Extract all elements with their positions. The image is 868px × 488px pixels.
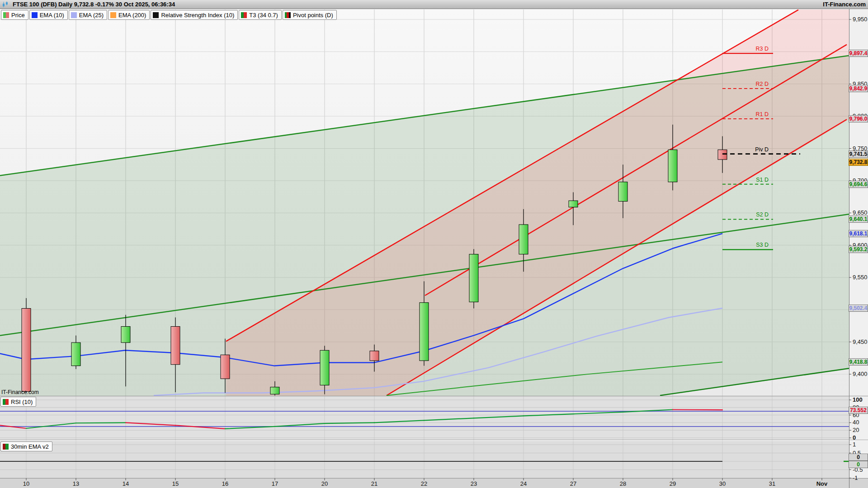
axis-value-box: 0 <box>849 454 868 461</box>
svg-text:13: 13 <box>73 480 79 487</box>
brand-label: IT-Finance.com <box>823 1 866 8</box>
axis-value-box: 9,842.9 <box>849 85 868 92</box>
svg-text:20: 20 <box>853 427 859 433</box>
rsi-panel[interactable] <box>0 396 849 440</box>
rsi-panel-legend[interactable]: RSI (10) <box>0 397 37 407</box>
title-bar: FTSE 100 (DFB) Daily 9,732.8 -0.17% 30 O… <box>0 0 868 9</box>
candle-body <box>668 150 677 182</box>
svg-text:9,650: 9,650 <box>853 209 868 216</box>
axis-value-box: 9,796.0 <box>849 115 868 122</box>
svg-text:30: 30 <box>719 480 726 487</box>
pivot-label: R1 D <box>756 111 769 117</box>
svg-text:16: 16 <box>222 480 228 487</box>
pivot-label: R2 D <box>756 81 769 87</box>
candle-body <box>569 201 578 207</box>
svg-text:Nov: Nov <box>816 480 828 487</box>
svg-text:9,450: 9,450 <box>853 338 868 345</box>
candle-body <box>469 254 478 302</box>
svg-text:-1: -1 <box>853 474 858 481</box>
legend-color-swatch <box>153 12 159 18</box>
candle-body <box>121 326 130 343</box>
legend-color-swatch <box>110 12 116 18</box>
axis-value-box: 9,618.1 <box>849 230 868 237</box>
axis-value-box: 9,502.4 <box>849 305 868 312</box>
rsi-legend-icon <box>3 399 9 405</box>
candle-body <box>370 351 379 361</box>
axis-value-box: 9,732.8 <box>849 159 868 166</box>
ema-v2-panel-legend[interactable]: 30min EMA v2 <box>0 441 53 451</box>
chart-watermark: IT-Finance.com <box>1 389 39 395</box>
candle-body <box>221 355 230 379</box>
legend-color-swatch <box>241 12 247 18</box>
legend-item-ema-10-[interactable]: EMA (10) <box>29 10 68 20</box>
axis-value-box: 9,694.6 <box>849 181 868 188</box>
pivot-label: R3 D <box>756 46 769 52</box>
candlestick-icon <box>2 1 10 8</box>
axis-value-box: 9,418.8 <box>849 358 868 366</box>
svg-text:22: 22 <box>421 480 427 487</box>
rsi-legend-label: RSI (10) <box>11 399 33 405</box>
legend-item-t3-34-0-7-[interactable]: T3 (34 0.7) <box>239 10 282 20</box>
legend-color-swatch <box>32 12 38 18</box>
candle-body <box>519 225 528 254</box>
indicator-legend-bar: PriceEMA (10)EMA (25)EMA (200)Relative S… <box>1 10 338 20</box>
ema-v2-legend-icon <box>3 444 9 450</box>
pivot-label: S3 D <box>756 242 769 248</box>
pivot-label: Piv D <box>755 146 769 153</box>
legend-item-pivot-points-d-[interactable]: Pivot points (D) <box>283 10 337 20</box>
legend-item-ema-25-[interactable]: EMA (25) <box>69 10 107 20</box>
svg-text:14: 14 <box>123 480 129 487</box>
axis-value-box: 0 <box>849 461 868 468</box>
svg-text:23: 23 <box>471 480 477 487</box>
svg-text:100: 100 <box>853 396 863 403</box>
pivot-label: S1 D <box>756 177 769 183</box>
legend-item-ema-200-[interactable]: EMA (200) <box>108 10 150 20</box>
candle-10[interactable] <box>22 298 31 392</box>
candle-body <box>618 182 627 202</box>
candle-body <box>71 343 80 366</box>
svg-text:27: 27 <box>570 480 576 487</box>
svg-text:40: 40 <box>853 419 859 426</box>
ema-v2-legend-label: 30min EMA v2 <box>11 443 49 450</box>
axis-value-box: 9,741.5 <box>849 150 868 158</box>
svg-text:21: 21 <box>371 480 377 487</box>
legend-item-label: T3 (34 0.7) <box>249 12 278 19</box>
svg-text:1: 1 <box>853 441 856 448</box>
candle-body <box>22 309 31 392</box>
legend-item-label: Price <box>11 12 25 19</box>
legend-color-swatch <box>3 12 9 18</box>
ema-v2-panel[interactable] <box>0 441 849 478</box>
svg-text:29: 29 <box>670 480 676 487</box>
trading-app-window: R3 DR2 DR1 DPiv DS1 DS2 DS3 D9,9509,8509… <box>0 0 868 488</box>
svg-text:0: 0 <box>853 434 856 441</box>
candle-23[interactable] <box>469 249 478 308</box>
legend-item-label: EMA (25) <box>79 12 104 19</box>
legend-item-relative-strength-index-10-[interactable]: Relative Strength Index (10) <box>151 10 238 20</box>
chart-title: FTSE 100 (DFB) Daily 9,732.8 -0.17% 30 O… <box>13 1 175 8</box>
legend-item-label: EMA (200) <box>118 12 146 19</box>
legend-color-swatch <box>71 12 77 18</box>
axis-value-box: 9,640.1 <box>849 216 868 223</box>
legend-item-label: Relative Strength Index (10) <box>161 12 234 19</box>
svg-text:17: 17 <box>272 480 278 487</box>
legend-item-price[interactable]: Price <box>1 10 28 20</box>
svg-text:28: 28 <box>620 480 626 487</box>
svg-text:20: 20 <box>321 480 328 487</box>
candle-body <box>270 387 279 394</box>
legend-item-label: Pivot points (D) <box>293 12 333 19</box>
axis-value-box: 9,593.2 <box>849 246 868 253</box>
candle-body <box>171 326 180 364</box>
svg-text:31: 31 <box>769 480 775 487</box>
candle-body <box>320 350 329 385</box>
svg-text:10: 10 <box>23 480 29 487</box>
svg-text:15: 15 <box>172 480 179 487</box>
candle-body <box>718 150 727 160</box>
svg-text:9,400: 9,400 <box>853 371 868 377</box>
svg-text:9,950: 9,950 <box>853 16 868 23</box>
axis-value-box: 73.552 <box>849 407 868 414</box>
x-axis-strip <box>0 478 868 488</box>
svg-text:9,550: 9,550 <box>853 274 868 281</box>
chart-canvas[interactable]: R3 DR2 DR1 DPiv DS1 DS2 DS3 D9,9509,8509… <box>0 0 868 488</box>
axis-value-box: 9,897.4 <box>849 50 868 57</box>
candle-body <box>420 303 429 361</box>
